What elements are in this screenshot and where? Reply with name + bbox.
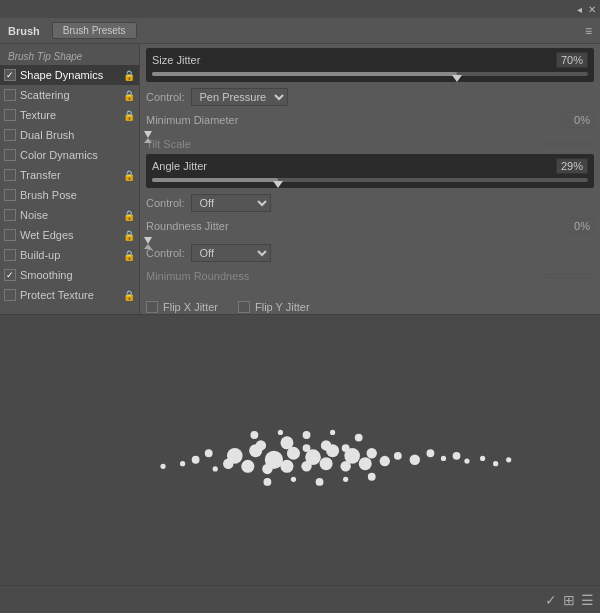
size-jitter-track[interactable] bbox=[152, 72, 588, 76]
content-area: Brush Tip Shape ✓ Shape Dynamics 🔒 Scatt… bbox=[0, 44, 600, 314]
angle-jitter-track[interactable] bbox=[152, 178, 588, 182]
sidebar-item-wet-edges[interactable]: Wet Edges 🔒 bbox=[0, 225, 139, 245]
checkbox-dual-brush[interactable] bbox=[4, 129, 16, 141]
panel-topbar: ◂ ✕ bbox=[0, 0, 600, 18]
lock-icon-dual-brush: 🔒 bbox=[123, 130, 135, 141]
lock-icon-noise: 🔒 bbox=[123, 210, 135, 221]
sidebar-item-noise[interactable]: Noise 🔒 bbox=[0, 205, 139, 225]
lock-icon-smoothing: 🔒 bbox=[123, 270, 135, 281]
svg-point-26 bbox=[394, 452, 402, 460]
svg-point-8 bbox=[256, 440, 266, 450]
bottom-toolbar: ✓ ⊞ ☰ bbox=[0, 585, 600, 613]
flip-x-checkbox[interactable] bbox=[146, 301, 158, 313]
flip-y-row: Flip Y Jitter bbox=[238, 301, 310, 313]
angle-jitter-value: 29% bbox=[556, 158, 588, 174]
checkbox-brush-pose[interactable] bbox=[4, 189, 16, 201]
checkbox-transfer[interactable] bbox=[4, 169, 16, 181]
lock-icon-protect-texture: 🔒 bbox=[123, 290, 135, 301]
sidebar-item-dual-brush[interactable]: Dual Brush 🔒 bbox=[0, 125, 139, 145]
svg-point-30 bbox=[453, 452, 461, 460]
checkbox-protect-texture[interactable] bbox=[4, 289, 16, 301]
lock-icon-texture: 🔒 bbox=[123, 110, 135, 121]
angle-control-label: Control: bbox=[146, 197, 185, 209]
sidebar-item-transfer[interactable]: Transfer 🔒 bbox=[0, 165, 139, 185]
sidebar-item-scattering[interactable]: Scattering 🔒 bbox=[0, 85, 139, 105]
angle-jitter-header: Angle Jitter 29% bbox=[152, 158, 588, 174]
angle-jitter-container: Angle Jitter 29% bbox=[146, 154, 594, 188]
svg-point-42 bbox=[160, 464, 165, 469]
min-roundness-label: Minimum Roundness bbox=[146, 270, 544, 282]
size-jitter-fill bbox=[152, 72, 457, 76]
min-diameter-value: 0% bbox=[562, 112, 594, 128]
minimize-icon[interactable]: ◂ bbox=[577, 4, 582, 15]
brush-preview-svg bbox=[0, 315, 600, 585]
roundness-jitter-value: 0% bbox=[562, 218, 594, 234]
brush-check-icon[interactable]: ✓ bbox=[545, 592, 557, 608]
angle-jitter-thumb bbox=[273, 181, 283, 188]
panel-menu-icon[interactable]: ≡ bbox=[585, 24, 592, 38]
min-roundness-value bbox=[544, 274, 594, 278]
checkbox-texture[interactable] bbox=[4, 109, 16, 121]
lock-icon-buildup: 🔒 bbox=[123, 250, 135, 261]
panel-title: Brush bbox=[8, 25, 40, 37]
svg-point-25 bbox=[180, 461, 185, 466]
checkbox-buildup[interactable] bbox=[4, 249, 16, 261]
size-control-select[interactable]: Pen Pressure bbox=[191, 88, 288, 106]
angle-control-select[interactable]: Off bbox=[191, 194, 271, 212]
svg-point-24 bbox=[213, 466, 218, 471]
checkbox-scattering[interactable] bbox=[4, 89, 16, 101]
svg-point-37 bbox=[263, 478, 271, 486]
svg-point-41 bbox=[368, 473, 376, 481]
sidebar-item-texture[interactable]: Texture 🔒 bbox=[0, 105, 139, 125]
brush-preview-area bbox=[0, 314, 600, 585]
lock-icon-scattering: 🔒 bbox=[123, 90, 135, 101]
checkbox-shape-dynamics[interactable]: ✓ bbox=[4, 69, 16, 81]
sidebar-label-wet-edges: Wet Edges bbox=[20, 229, 121, 241]
sidebar-item-shape-dynamics[interactable]: ✓ Shape Dynamics 🔒 bbox=[0, 65, 139, 85]
brush-menu-icon[interactable]: ☰ bbox=[581, 592, 594, 608]
tilt-scale-value bbox=[544, 142, 594, 146]
sidebar-item-protect-texture[interactable]: Protect Texture 🔒 bbox=[0, 285, 139, 305]
sidebar-label-buildup: Build-up bbox=[20, 249, 121, 261]
brush-grid-icon[interactable]: ⊞ bbox=[563, 592, 575, 608]
flip-y-checkbox[interactable] bbox=[238, 301, 250, 313]
sidebar-label-color-dynamics: Color Dynamics bbox=[20, 149, 121, 161]
svg-point-45 bbox=[506, 457, 511, 462]
checkbox-noise[interactable] bbox=[4, 209, 16, 221]
svg-point-22 bbox=[192, 456, 200, 464]
sidebar-item-buildup[interactable]: Build-up 🔒 bbox=[0, 245, 139, 265]
checkbox-color-dynamics[interactable] bbox=[4, 149, 16, 161]
svg-point-34 bbox=[303, 431, 311, 439]
roundness-jitter-label: Roundness Jitter bbox=[146, 220, 562, 232]
sidebar-item-brush-pose[interactable]: Brush Pose 🔒 bbox=[0, 185, 139, 205]
size-jitter-label: Size Jitter bbox=[152, 54, 556, 66]
lock-icon-color-dynamics: 🔒 bbox=[123, 150, 135, 161]
svg-point-19 bbox=[340, 461, 350, 471]
size-jitter-header: Size Jitter 70% bbox=[152, 52, 588, 68]
checkbox-smoothing[interactable]: ✓ bbox=[4, 269, 16, 281]
sidebar-label-protect-texture: Protect Texture bbox=[20, 289, 121, 301]
lock-icon-wet-edges: 🔒 bbox=[123, 230, 135, 241]
brush-presets-button[interactable]: Brush Presets bbox=[52, 22, 137, 39]
svg-point-11 bbox=[321, 440, 331, 450]
sidebar-section-label: Brush Tip Shape bbox=[0, 48, 139, 65]
sidebar-item-color-dynamics[interactable]: Color Dynamics 🔒 bbox=[0, 145, 139, 165]
angle-control-row: Control: Off bbox=[146, 192, 594, 214]
svg-point-13 bbox=[223, 458, 233, 468]
size-jitter-thumb bbox=[452, 75, 462, 82]
flip-checkboxes-group: Flip X Jitter Flip Y Jitter bbox=[146, 298, 594, 314]
svg-point-44 bbox=[493, 461, 498, 466]
lock-icon-shape-dynamics: 🔒 bbox=[123, 70, 135, 81]
roundness-control-select[interactable]: Off bbox=[191, 244, 271, 262]
svg-point-43 bbox=[480, 456, 485, 461]
close-icon[interactable]: ✕ bbox=[588, 4, 596, 15]
svg-point-20 bbox=[359, 457, 372, 470]
svg-point-40 bbox=[343, 477, 348, 482]
roundness-jitter-thumb bbox=[144, 237, 152, 249]
svg-point-17 bbox=[301, 461, 311, 471]
sidebar-item-smoothing[interactable]: ✓ Smoothing 🔒 bbox=[0, 265, 139, 285]
sidebar-label-smoothing: Smoothing bbox=[20, 269, 121, 281]
svg-point-7 bbox=[367, 448, 377, 458]
flip-x-row: Flip X Jitter bbox=[146, 301, 218, 313]
checkbox-wet-edges[interactable] bbox=[4, 229, 16, 241]
